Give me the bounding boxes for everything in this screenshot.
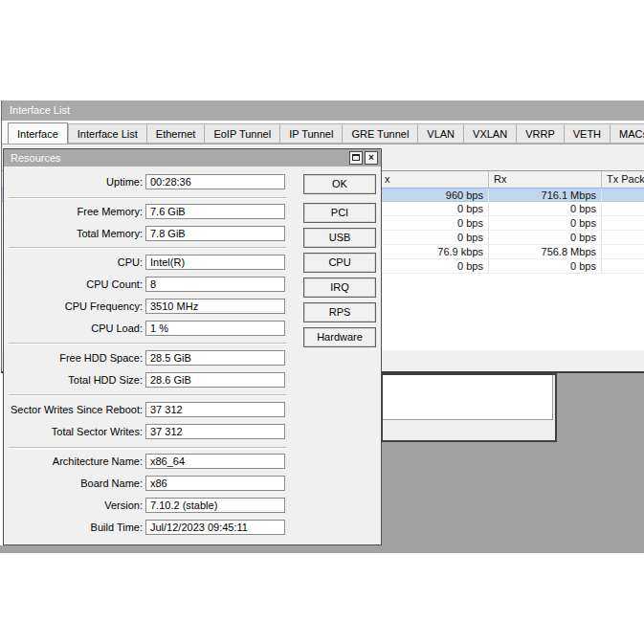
field-row-sector-writes-since-reboot: Sector Writes Since Reboot:37 312	[4, 402, 381, 417]
cell-tx-pack	[602, 245, 644, 258]
tab-eoip-tunnel[interactable]: EoIP Tunnel	[204, 123, 279, 144]
tab-vrrp[interactable]: VRRP	[516, 123, 564, 144]
column-header-rx[interactable]: Rx	[489, 171, 602, 188]
tab-interface[interactable]: Interface	[8, 122, 68, 144]
column-header-tx-pack-label: Tx Pack	[607, 173, 644, 185]
field-label-free-hdd-space: Free HDD Space:	[8, 350, 143, 366]
workspace-background-bottom	[0, 545, 644, 553]
column-header-tx-label: x	[385, 171, 390, 188]
tab-ethernet[interactable]: Ethernet	[146, 123, 205, 144]
cell-rx: 756.8 Mbps	[489, 245, 602, 258]
hardware-button[interactable]: Hardware	[303, 327, 376, 347]
field-label-cpu: CPU:	[8, 255, 143, 270]
field-value-version[interactable]: 7.10.2 (stable)	[145, 498, 285, 513]
field-value-board-name[interactable]: x86	[145, 476, 285, 491]
group-separator	[9, 247, 286, 249]
field-row-free-hdd-space: Free HDD Space:28.5 GiB	[4, 350, 381, 366]
field-label-free-memory: Free Memory:	[8, 204, 143, 219]
rps-button[interactable]: RPS	[303, 302, 376, 322]
column-header-tx-pack[interactable]: Tx Pack	[602, 171, 644, 188]
field-value-cpu-count[interactable]: 8	[145, 277, 285, 292]
field-label-total-memory: Total Memory:	[8, 226, 143, 241]
field-label-cpu-frequency: CPU Frequency:	[8, 299, 143, 314]
cell-rx: 0 bps	[489, 231, 602, 244]
resources-body: Uptime:00:28:36Free Memory:7.6 GiBTotal …	[4, 167, 381, 544]
interface-list-titlebar[interactable]: Interface List	[2, 100, 644, 121]
field-label-board-name: Board Name:	[8, 476, 143, 491]
field-value-cpu-load[interactable]: 1 %	[145, 321, 285, 336]
cell-tx-pack	[602, 216, 644, 230]
cell-tx-pack	[602, 202, 644, 215]
field-value-architecture-name[interactable]: x86_64	[145, 454, 285, 469]
tab-veth[interactable]: VETH	[564, 123, 610, 144]
group-separator	[9, 447, 286, 449]
column-header-rx-label: Rx	[494, 173, 506, 185]
field-row-board-name: Board Name:x86	[4, 476, 381, 491]
field-value-cpu-frequency[interactable]: 3510 MHz	[145, 299, 285, 314]
cell-tx-pack	[602, 231, 644, 244]
maximize-icon	[352, 154, 360, 161]
field-row-total-hdd-size: Total HDD Size:28.6 GiB	[4, 372, 381, 388]
screen: { "interface_list_window": { "title": "I…	[0, 0, 644, 644]
tab-vlan[interactable]: VLAN	[417, 123, 463, 144]
usb-button[interactable]: USB	[303, 228, 376, 248]
pci-button[interactable]: PCI	[303, 203, 376, 223]
tab-vxlan[interactable]: VXLAN	[463, 123, 516, 144]
cell-tx-pack	[602, 189, 644, 202]
irq-button[interactable]: IRQ	[303, 278, 376, 298]
field-label-total-hdd-size: Total HDD Size:	[8, 372, 143, 388]
field-value-free-memory[interactable]: 7.6 GiB	[145, 204, 285, 219]
background-window-panel	[383, 375, 553, 420]
field-value-build-time[interactable]: Jul/12/2023 09:45:11	[145, 520, 285, 535]
field-value-cpu[interactable]: Intel(R)	[145, 255, 285, 270]
field-label-sector-writes-since-reboot: Sector Writes Since Reboot:	[8, 402, 143, 417]
field-label-cpu-count: CPU Count:	[8, 277, 143, 292]
field-row-build-time: Build Time:Jul/12/2023 09:45:11	[4, 520, 381, 535]
resources-dialog: Resources × Uptime:00:28:36Free Memory:7…	[3, 148, 382, 545]
background-window-fragment	[381, 373, 557, 442]
field-value-uptime[interactable]: 00:28:36	[145, 174, 285, 189]
field-row-architecture-name: Architecture Name:x86_64	[4, 454, 381, 469]
field-label-architecture-name: Architecture Name:	[8, 454, 143, 469]
ok-button[interactable]: OK	[303, 174, 376, 194]
resources-title: Resources	[11, 152, 61, 164]
field-value-total-sector-writes[interactable]: 37 312	[145, 424, 285, 439]
group-separator	[9, 197, 286, 199]
field-value-total-hdd-size[interactable]: 28.6 GiB	[145, 372, 285, 388]
field-label-build-time: Build Time:	[8, 520, 143, 535]
field-value-sector-writes-since-reboot[interactable]: 37 312	[145, 402, 285, 417]
field-label-uptime: Uptime:	[8, 174, 143, 189]
tab-ip-tunnel[interactable]: IP Tunnel	[279, 123, 342, 144]
field-label-cpu-load: CPU Load:	[8, 321, 143, 336]
cell-rx: 0 bps	[489, 259, 602, 273]
field-value-free-hdd-space[interactable]: 28.5 GiB	[145, 350, 285, 366]
group-separator	[9, 343, 286, 344]
field-label-version: Version:	[8, 498, 143, 513]
cpu-button[interactable]: CPU	[303, 253, 376, 273]
interface-list-title: Interface List	[10, 104, 70, 116]
field-label-total-sector-writes: Total Sector Writes:	[8, 424, 143, 439]
interface-list-tabstrip: InterfaceInterface ListEthernetEoIP Tunn…	[2, 121, 644, 144]
cell-rx: 716.1 Mbps	[489, 189, 602, 202]
maximize-button[interactable]	[349, 151, 363, 165]
close-icon: ×	[368, 152, 374, 163]
tab-interface-list[interactable]: Interface List	[68, 123, 146, 144]
field-row-version: Version:7.10.2 (stable)	[4, 498, 381, 513]
field-row-total-sector-writes: Total Sector Writes:37 312	[4, 424, 381, 439]
resources-titlebar[interactable]: Resources ×	[4, 149, 381, 167]
field-value-total-memory[interactable]: 7.8 GiB	[145, 226, 285, 241]
tab-gre-tunnel[interactable]: GRE Tunnel	[342, 123, 417, 144]
cell-rx: 0 bps	[489, 202, 602, 215]
close-button[interactable]: ×	[365, 151, 378, 165]
tab-macsec[interactable]: MACsec	[610, 123, 644, 144]
group-separator	[9, 394, 286, 396]
cell-tx-pack	[602, 259, 644, 273]
cell-rx: 0 bps	[489, 216, 602, 230]
